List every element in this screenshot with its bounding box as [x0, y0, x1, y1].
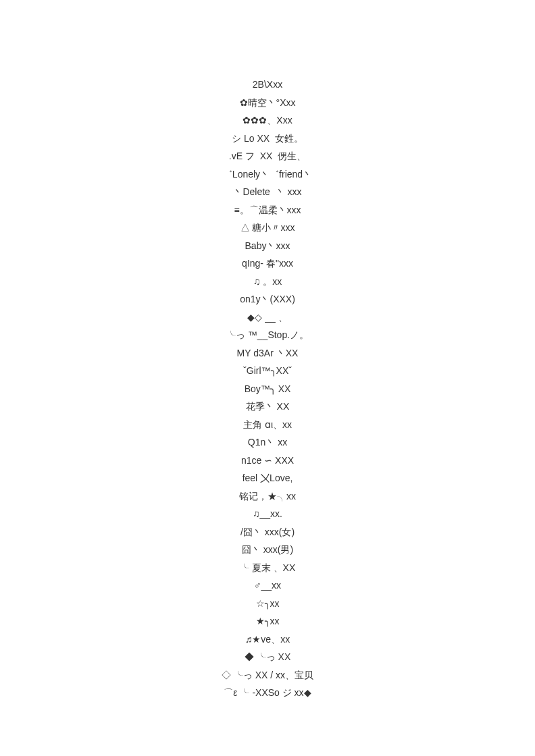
text-line: ♬★ve、xx [0, 630, 535, 649]
text-line: Baby丶xxx [0, 237, 535, 255]
text-line: ★╮xx [0, 612, 535, 630]
text-line: ╰ 夏末 、XX [0, 559, 535, 577]
text-line: ≡。⌒温柔丶xxx [0, 201, 535, 219]
text-line: ☆╮xx [0, 595, 535, 613]
text-line: ♫ 。xx [0, 273, 535, 291]
text-content: 2B\Xxx ✿晴空丶°Xxx ✿✿✿、Xxx シ Lo XX 女鉎。 .vE … [0, 76, 535, 702]
text-line: on1y丶(XXX) [0, 290, 535, 308]
text-line: qIng- 春"xxx [0, 254, 535, 273]
text-line: △ 糖小〃xxx [0, 219, 535, 237]
text-line: ✿✿✿、Xxx [0, 111, 535, 130]
text-line: Boy™╮ XX [0, 380, 535, 398]
text-line: ♫__xx. [0, 505, 535, 523]
text-line: 2B\Xxx [0, 76, 535, 94]
text-line: feel 〤Love, [0, 469, 535, 487]
text-line: ゛Lonely丶゛friend丶 [0, 165, 535, 184]
text-line: 铭记，★╮xx [0, 487, 535, 506]
text-line: 囧丶 xxx(男) [0, 541, 535, 559]
text-line: 丶Delete 丶 xxx [0, 183, 535, 201]
text-line: ˇGirl™╮XXˇ [0, 362, 535, 380]
text-line: 花季丶 XX [0, 398, 535, 416]
text-line: Q1n丶 xx [0, 433, 535, 452]
text-line: /囧丶 xxx(女) [0, 523, 535, 541]
text-line: ⌒ε ╰ -XXSo ジ xx◆ [0, 684, 535, 702]
text-line: MY d3Ar 丶XX [0, 344, 535, 362]
text-line: ◇ ╰っ XX / xx、宝贝 [0, 666, 535, 684]
text-line: .vE フ XX 侽生、 [0, 147, 535, 165]
text-line: ✿晴空丶°Xxx [0, 94, 535, 112]
text-line: ◆ ╰っ XX [0, 648, 535, 666]
text-line: 主角 ɑι、xx [0, 416, 535, 434]
text-line: シ Lo XX 女鉎。 [0, 130, 535, 148]
text-line: n1ce ∽ XXX [0, 452, 535, 470]
text-line: ♂__xx [0, 576, 535, 595]
text-line: ╰っ ™__Stоp.ノ。 [0, 326, 535, 344]
text-line: ◆◇ __ 、 [0, 308, 535, 327]
